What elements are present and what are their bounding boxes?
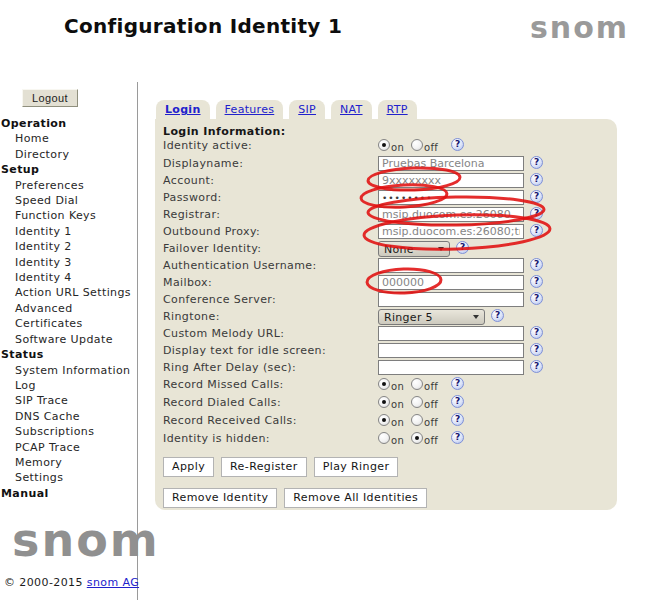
help-icon[interactable]: ?	[530, 275, 543, 288]
help-icon[interactable]: ?	[530, 343, 543, 356]
idle-screen-text-input[interactable]	[378, 343, 524, 358]
radio-on[interactable]	[378, 414, 390, 426]
remove-identity-button[interactable]: Remove Identity	[163, 488, 277, 508]
outbound-proxy-input[interactable]	[378, 224, 524, 239]
registrar-input[interactable]	[378, 207, 524, 222]
sidebar-item-directory[interactable]: Directory	[0, 147, 136, 162]
radio-off[interactable]	[411, 378, 423, 390]
sidebar-item-speed-dial[interactable]: Speed Dial	[0, 193, 136, 208]
displayname-input[interactable]	[378, 156, 524, 171]
tab-features[interactable]: Features	[216, 100, 284, 119]
help-icon[interactable]: ?	[451, 138, 464, 151]
sidebar-item-certificates[interactable]: Certificates	[0, 316, 136, 331]
sidebar-item-identity-2[interactable]: Identity 2	[0, 239, 136, 254]
sidebar-item-pcap-trace[interactable]: PCAP Trace	[0, 440, 136, 455]
record-received-calls-radio-group: on off ?	[378, 413, 464, 428]
help-icon[interactable]: ?	[530, 224, 543, 237]
radio-off-label: off	[424, 417, 438, 428]
record-dialed-calls-row: Record Dialed Calls: on off ?	[163, 395, 617, 413]
conference-server-input[interactable]	[378, 292, 524, 307]
help-icon[interactable]: ?	[530, 190, 543, 203]
help-icon[interactable]: ?	[530, 156, 543, 169]
field-label: Record Dialed Calls:	[163, 395, 378, 410]
sidebar-item-dns-cache[interactable]: DNS Cache	[0, 409, 136, 424]
radio-off-label: off	[424, 435, 438, 446]
help-icon[interactable]: ?	[530, 360, 543, 373]
sidebar-item-function-keys[interactable]: Function Keys	[0, 208, 136, 223]
tab-sip[interactable]: SIP	[289, 100, 325, 119]
apply-button[interactable]: Apply	[163, 457, 214, 477]
field-label: Display text for idle screen:	[163, 343, 378, 358]
radio-on-label: on	[391, 142, 404, 153]
chevron-down-icon	[438, 247, 444, 251]
sidebar-item-memory[interactable]: Memory	[0, 455, 136, 470]
logout-button[interactable]: Logout	[22, 89, 78, 107]
tab-rtp-label: RTP	[387, 103, 408, 116]
sidebar-item-subscriptions[interactable]: Subscriptions	[0, 424, 136, 439]
help-icon[interactable]: ?	[530, 173, 543, 186]
sidebar-item-home[interactable]: Home	[0, 131, 136, 146]
custom-melody-url-input[interactable]	[378, 326, 524, 341]
help-icon[interactable]: ?	[530, 258, 543, 271]
field-label: Record Missed Calls:	[163, 377, 378, 392]
auth-username-input[interactable]	[378, 258, 524, 273]
password-input[interactable]	[378, 190, 524, 205]
radio-off[interactable]	[411, 414, 423, 426]
radio-on[interactable]	[378, 378, 390, 390]
field-label: Failover Identity:	[163, 241, 378, 256]
tab-rtp[interactable]: RTP	[378, 100, 417, 119]
sidebar-item-action-url-settings[interactable]: Action URL Settings	[0, 285, 136, 300]
radio-on[interactable]	[378, 432, 390, 444]
radio-off[interactable]	[411, 139, 423, 151]
radio-on-label: on	[391, 417, 404, 428]
help-icon[interactable]: ?	[451, 431, 464, 444]
sidebar-item-system-information[interactable]: System Information	[0, 363, 136, 378]
sidebar-item-preferences[interactable]: Preferences	[0, 178, 136, 193]
snom-ag-link[interactable]: snom AG	[87, 576, 139, 589]
ringtone-select[interactable]: Ringer 5	[378, 309, 485, 325]
sidebar-item-identity-3[interactable]: Identity 3	[0, 255, 136, 270]
remove-buttons: Remove Identity Remove All Identities	[163, 488, 617, 508]
reregister-button[interactable]: Re-Register	[221, 457, 307, 477]
radio-off[interactable]	[411, 432, 423, 444]
remove-all-identities-button[interactable]: Remove All Identities	[284, 488, 427, 508]
radio-on[interactable]	[378, 396, 390, 408]
sidebar-section-manual: Manual	[0, 486, 136, 501]
record-missed-calls-row: Record Missed Calls: on off ?	[163, 377, 617, 395]
field-label: Conference Server:	[163, 292, 378, 307]
identity-active-row: Identity active: on off ?	[163, 138, 617, 156]
sidebar-item-advanced[interactable]: Advanced	[0, 301, 136, 316]
snom-logo: snom	[530, 10, 629, 45]
sidebar-item-identity-1[interactable]: Identity 1	[0, 224, 136, 239]
tab-features-label: Features	[225, 103, 275, 116]
sidebar-item-identity-4[interactable]: Identity 4	[0, 270, 136, 285]
registrar-row: Registrar: ?	[163, 207, 617, 224]
tab-login-label: Login	[165, 103, 201, 116]
help-icon[interactable]: ?	[451, 377, 464, 390]
radio-off-label: off	[424, 399, 438, 410]
help-icon[interactable]: ?	[491, 309, 504, 322]
help-icon[interactable]: ?	[530, 207, 543, 220]
mailbox-input[interactable]	[378, 275, 524, 290]
sidebar-item-log[interactable]: Log	[0, 378, 136, 393]
action-buttons: Apply Re-Register Play Ringer	[163, 457, 617, 477]
sidebar-item-settings[interactable]: Settings	[0, 470, 136, 485]
play-ringer-button[interactable]: Play Ringer	[314, 457, 399, 477]
help-icon[interactable]: ?	[451, 395, 464, 408]
help-icon[interactable]: ?	[456, 241, 469, 254]
sidebar-item-sip-trace[interactable]: SIP Trace	[0, 393, 136, 408]
account-input[interactable]	[378, 173, 524, 188]
radio-off[interactable]	[411, 396, 423, 408]
record-dialed-calls-radio-group: on off ?	[378, 395, 464, 410]
radio-on[interactable]	[378, 139, 390, 151]
help-icon[interactable]: ?	[530, 326, 543, 339]
radio-off-label: off	[424, 142, 438, 153]
ring-after-delay-input[interactable]	[378, 360, 524, 375]
sidebar-section-status: Status	[0, 347, 136, 362]
failover-identity-select[interactable]: None	[378, 241, 450, 257]
tab-login[interactable]: Login	[156, 100, 210, 119]
help-icon[interactable]: ?	[451, 413, 464, 426]
tab-nat[interactable]: NAT	[331, 100, 372, 119]
help-icon[interactable]: ?	[530, 292, 543, 305]
sidebar-item-software-update[interactable]: Software Update	[0, 332, 136, 347]
